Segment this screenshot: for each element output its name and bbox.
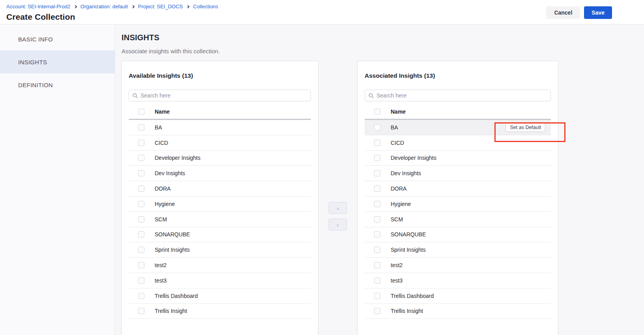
magnifier-icon <box>133 93 138 98</box>
insight-name: BA <box>155 124 162 131</box>
insight-name: test2 <box>391 262 402 268</box>
cancel-button[interactable]: Cancel <box>546 6 580 19</box>
insight-name: DORA <box>155 185 170 192</box>
table-row: Developer Insights <box>129 151 311 166</box>
row-checkbox[interactable] <box>138 216 144 223</box>
row-checkbox[interactable] <box>138 262 144 268</box>
chevron-right-icon <box>131 5 135 8</box>
row-checkbox[interactable] <box>138 277 144 284</box>
associated-insights-panel: Associated Insights (13) Name BASet as D… <box>357 61 558 335</box>
select-all-checkbox[interactable] <box>374 109 380 115</box>
set-as-default-button[interactable]: Set as Default <box>505 123 545 132</box>
row-checkbox[interactable] <box>374 124 380 131</box>
insight-name: Hygiene <box>155 201 175 207</box>
insight-name: CICD <box>391 140 404 146</box>
move-right-button[interactable]: › <box>329 202 347 214</box>
table-row: Dev Insights <box>129 166 311 181</box>
associated-search-box <box>365 90 551 101</box>
associated-insights-title: Associated Insights (13) <box>365 72 551 79</box>
row-checkbox[interactable] <box>138 247 144 253</box>
row-checkbox[interactable] <box>374 216 380 223</box>
row-checkbox[interactable] <box>138 185 144 192</box>
row-checkbox[interactable] <box>374 231 380 238</box>
row-checkbox[interactable] <box>138 308 144 314</box>
insight-name: Dev Insights <box>155 170 185 176</box>
table-row: test2 <box>129 258 311 273</box>
section-heading: INSIGHTS <box>122 33 644 42</box>
row-checkbox[interactable] <box>138 124 144 131</box>
row-checkbox[interactable] <box>374 155 380 161</box>
table-row: Trellis Insight <box>129 304 311 319</box>
table-row: CICD <box>365 135 551 151</box>
breadcrumb-account-link[interactable]: Account: SEI-Internal-Prod2 <box>6 4 70 9</box>
page-title: Create Collection <box>6 12 218 22</box>
insight-name: SONARQUBE <box>391 231 426 238</box>
row-checkbox[interactable] <box>138 170 144 176</box>
sidebar-item-basic-info[interactable]: BASIC INFO <box>0 28 115 51</box>
insight-name: Developer Insights <box>391 155 436 161</box>
table-row: BA <box>129 120 311 135</box>
page-header: Account: SEI-Internal-Prod2 Organization… <box>0 0 644 24</box>
insight-name: SCM <box>155 216 167 223</box>
name-column-header: Name <box>155 109 170 115</box>
row-checkbox[interactable] <box>374 140 380 146</box>
table-row: Trellis Dashboard <box>129 288 311 304</box>
save-button[interactable]: Save <box>584 6 612 19</box>
chevron-left-icon: ‹ <box>337 221 339 228</box>
row-checkbox[interactable] <box>138 231 144 238</box>
row-checkbox[interactable] <box>374 308 380 314</box>
breadcrumb-organization-link[interactable]: Organization: default <box>80 4 128 9</box>
table-row: DORA <box>129 181 311 197</box>
table-row: CICD <box>129 135 311 151</box>
section-subtitle: Associate insights with this collection. <box>122 48 644 54</box>
available-insights-panel: Available Insights (13) Name BACICDDevel… <box>121 61 318 335</box>
select-all-checkbox[interactable] <box>138 109 144 115</box>
row-checkbox[interactable] <box>138 155 144 161</box>
sidebar-item-definition[interactable]: DEFINITION <box>0 73 115 96</box>
insight-name: SONARQUBE <box>155 231 190 238</box>
available-insights-list: BACICDDeveloper InsightsDev InsightsDORA… <box>129 120 311 319</box>
table-row: Trellis Dashboard <box>365 288 551 304</box>
insight-name: Trellis Dashboard <box>155 293 198 299</box>
sidebar-item-insights[interactable]: INSIGHTS <box>0 51 115 73</box>
row-checkbox[interactable] <box>138 293 144 299</box>
insight-name: Developer Insights <box>155 155 200 161</box>
magnifier-icon <box>369 93 374 98</box>
table-row: test3 <box>129 273 311 288</box>
row-checkbox[interactable] <box>138 140 144 146</box>
insight-name: BA <box>391 124 398 131</box>
insight-name: DORA <box>391 185 406 192</box>
insight-name: CICD <box>155 140 168 146</box>
insight-name: Trellis Insight <box>155 308 187 314</box>
table-row: Dev Insights <box>365 166 551 181</box>
main-content: INSIGHTS Associate insights with this co… <box>115 24 644 335</box>
row-checkbox[interactable] <box>374 277 380 284</box>
row-checkbox[interactable] <box>374 262 380 268</box>
insight-name: Sprint Insights <box>155 247 190 253</box>
breadcrumb-collections-link[interactable]: Collections <box>193 4 218 9</box>
table-row: SONARQUBE <box>129 227 311 243</box>
row-checkbox[interactable] <box>374 170 380 176</box>
table-row: Hygiene <box>129 197 311 212</box>
wizard-step-sidebar: BASIC INFO INSIGHTS DEFINITION <box>0 24 115 335</box>
row-checkbox[interactable] <box>374 201 380 207</box>
chevron-right-icon: › <box>337 205 339 211</box>
table-row: Trellis Insight <box>365 304 551 319</box>
available-search-box <box>129 90 311 101</box>
row-checkbox[interactable] <box>374 247 380 253</box>
table-row: Hygiene <box>365 197 551 212</box>
insight-name: Trellis Dashboard <box>391 293 434 299</box>
insight-name: test3 <box>391 277 402 284</box>
associated-search-input[interactable] <box>376 92 547 99</box>
table-row: test3 <box>365 273 551 288</box>
available-search-input[interactable] <box>140 92 307 99</box>
row-checkbox[interactable] <box>374 185 380 192</box>
associated-table-header: Name <box>365 105 551 119</box>
table-row: SCM <box>365 212 551 227</box>
table-row: BASet as Default <box>365 120 551 135</box>
row-checkbox[interactable] <box>374 293 380 299</box>
move-left-button[interactable]: ‹ <box>329 219 347 230</box>
chevron-right-icon <box>74 5 77 8</box>
breadcrumb-project-link[interactable]: Project: SEI_DOCS <box>138 4 183 9</box>
row-checkbox[interactable] <box>138 201 144 207</box>
